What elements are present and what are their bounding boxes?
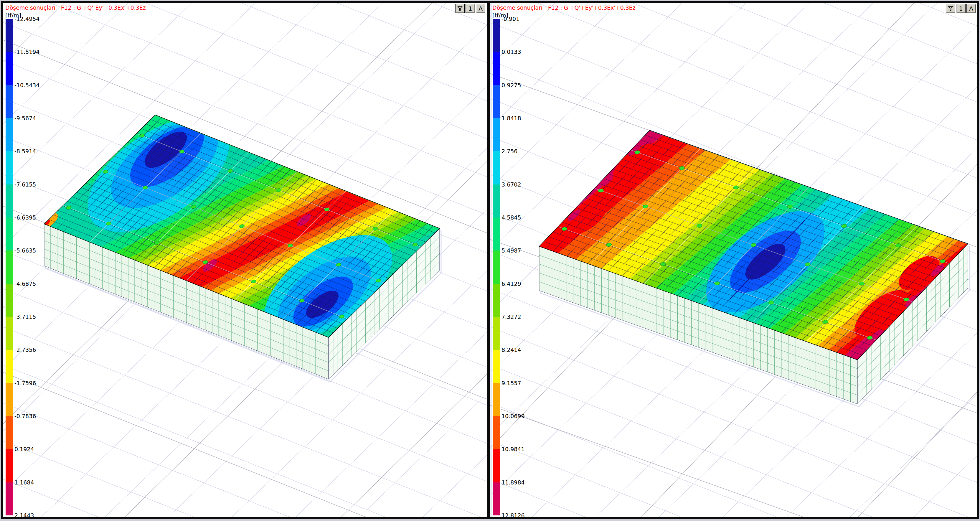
slab-top-face bbox=[490, 70, 977, 420]
legend-tick-label: 0.9275 bbox=[501, 81, 521, 88]
legend-tick-label: 10.9841 bbox=[501, 446, 525, 452]
legend-cell bbox=[493, 317, 500, 350]
legend-tick-label: -0.901 bbox=[501, 16, 519, 22]
legend-cell bbox=[493, 118, 500, 151]
legend-cell bbox=[6, 449, 13, 482]
result-window-right: Döşeme sonuçları - F12 : G'+Q'+Ey'+0.3Ex… bbox=[488, 1, 979, 519]
legend-cell bbox=[493, 185, 500, 217]
legend-cell bbox=[493, 284, 500, 317]
legend-cell bbox=[6, 52, 13, 85]
model-view[interactable] bbox=[490, 3, 977, 517]
legend-tick-label: 6.4129 bbox=[501, 280, 521, 287]
legend-cell bbox=[493, 383, 500, 416]
legend-tick-label: -9.5674 bbox=[14, 115, 36, 121]
slab-top-face bbox=[3, 34, 487, 419]
legend-cell bbox=[6, 85, 13, 118]
legend-cell bbox=[493, 52, 500, 85]
legend-cell bbox=[6, 19, 13, 52]
legend-cell bbox=[493, 85, 500, 118]
legend-tick-label: -5.6635 bbox=[14, 247, 36, 254]
filter-button[interactable] bbox=[946, 4, 955, 13]
legend-cell bbox=[6, 217, 13, 250]
legend-cell bbox=[493, 350, 500, 383]
legend-cell bbox=[6, 317, 13, 350]
legend-colorbar bbox=[493, 19, 500, 515]
legend-cell bbox=[493, 217, 500, 250]
legend-tick-label: -10.5434 bbox=[14, 81, 40, 88]
legend-cell bbox=[493, 449, 500, 482]
legend-cell bbox=[6, 350, 13, 383]
legend-tick-label: 5.4987 bbox=[501, 247, 521, 254]
legend-colorbar bbox=[6, 19, 13, 515]
layer-button[interactable]: 1 bbox=[466, 4, 475, 13]
legend-cell bbox=[6, 383, 13, 416]
legend-tick-label: -11.5194 bbox=[14, 49, 40, 55]
result-window-left: Döşeme sonuçları - F12 : G'+Q'-Ey'+0.3Ex… bbox=[1, 1, 488, 519]
legend-tick-label: 0.0133 bbox=[501, 49, 521, 55]
legend-cell bbox=[6, 250, 13, 284]
legend-tick-label: -4.6875 bbox=[14, 280, 36, 287]
funnel-icon bbox=[948, 6, 953, 11]
window-toolbar: 1 Λ bbox=[946, 4, 976, 13]
legend-cell bbox=[493, 416, 500, 449]
legend-cell bbox=[493, 250, 500, 284]
legend-tick-label: 8.2414 bbox=[501, 347, 521, 353]
legend-tick-label: 11.8984 bbox=[501, 479, 525, 485]
legend-tick-label: 10.0699 bbox=[501, 413, 525, 419]
legend-cell bbox=[493, 19, 500, 52]
legend-tick-label: 1.8418 bbox=[501, 115, 521, 121]
legend-cell bbox=[6, 483, 13, 515]
legend-tick-label: -6.6395 bbox=[14, 214, 36, 221]
legend-tick-label: 4.5845 bbox=[501, 214, 521, 221]
legend-tick-label: 0.1924 bbox=[14, 446, 34, 452]
layer-button[interactable]: 1 bbox=[956, 4, 966, 13]
legend-cell bbox=[493, 483, 500, 515]
legend-tick-label: 9.1557 bbox=[501, 379, 521, 386]
legend-tick-label: -8.5914 bbox=[14, 148, 36, 155]
model-view[interactable] bbox=[3, 3, 487, 517]
scroll-up-button[interactable]: Λ bbox=[966, 4, 976, 13]
legend-tick-label: -12.4954 bbox=[14, 16, 40, 22]
legend-cell bbox=[6, 118, 13, 151]
legend-tick-label: 2.756 bbox=[501, 148, 517, 155]
legend-tick-label: 12.8126 bbox=[501, 512, 525, 518]
legend-cell bbox=[6, 185, 13, 217]
result-title: Döşeme sonuçları - F12 : G'+Q'+Ey'+0.3Ex… bbox=[492, 5, 636, 11]
legend-cell bbox=[6, 151, 13, 184]
legend-tick-label: 7.3272 bbox=[501, 314, 521, 320]
legend-tick-label: -3.7115 bbox=[14, 314, 36, 320]
legend-tick-label: 1.1684 bbox=[14, 479, 34, 485]
window-toolbar: 1 Λ bbox=[455, 4, 485, 13]
legend-tick-label: -7.6155 bbox=[14, 181, 36, 187]
result-title: Döşeme sonuçları - F12 : G'+Q'-Ey'+0.3Ex… bbox=[5, 5, 146, 11]
scroll-up-button[interactable]: Λ bbox=[476, 4, 485, 13]
legend-tick-label: -2.7356 bbox=[14, 347, 36, 353]
filter-button[interactable] bbox=[455, 4, 465, 13]
legend-cell bbox=[493, 151, 500, 184]
legend-cell bbox=[6, 416, 13, 449]
legend-cell bbox=[6, 284, 13, 317]
legend-tick-label: 2.1443 bbox=[14, 512, 34, 518]
legend-tick-label: 3.6702 bbox=[501, 181, 521, 187]
funnel-icon bbox=[457, 6, 463, 11]
legend-tick-label: -1.7596 bbox=[14, 379, 36, 386]
legend-tick-label: -0.7836 bbox=[14, 413, 36, 419]
